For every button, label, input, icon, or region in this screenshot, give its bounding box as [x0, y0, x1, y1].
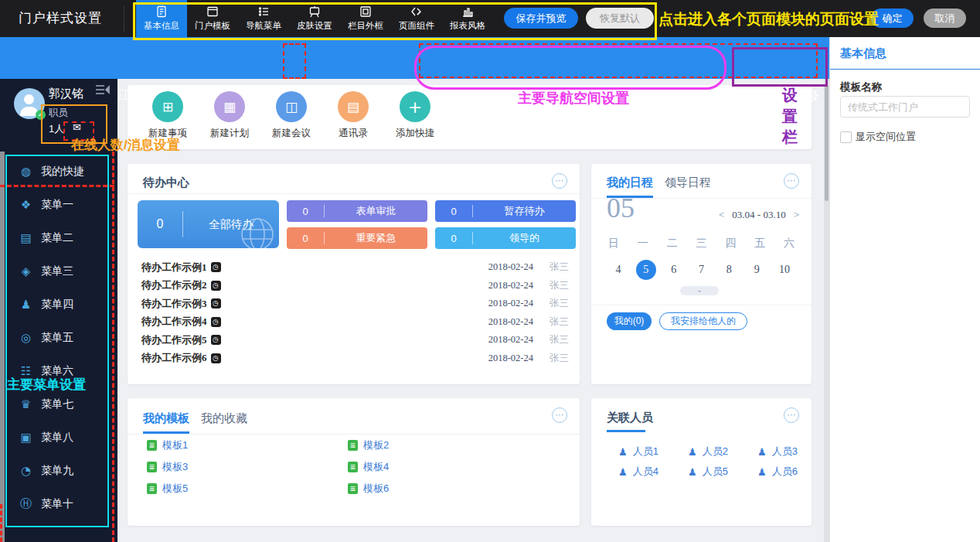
confirm-button[interactable]: 确定 — [871, 9, 914, 28]
todo-list: 待办工作示例1◷ 2018-02-24张三 待办工作示例2◷ 2018-02-2… — [141, 258, 569, 367]
tab-leader-schedule[interactable]: 领导日程 — [665, 176, 711, 190]
quick-action-new-task[interactable]: ⊞ 新建事项 — [145, 91, 191, 140]
frame-icon — [359, 5, 372, 18]
sidebar-item-menu-2[interactable]: ▤ 菜单二 — [0, 221, 117, 254]
person-item[interactable]: ♟人员1 — [618, 445, 658, 458]
weekday-header: 日一二三四五六 — [608, 237, 795, 251]
template-item[interactable]: ≣模板1 — [147, 438, 188, 452]
todo-row[interactable]: 待办工作示例5◷ 2018-02-24张三 — [141, 331, 569, 349]
tab-column-frame[interactable]: 栏目外框 — [340, 0, 391, 37]
title-underline — [607, 430, 645, 432]
todo-row[interactable]: 待办工作示例6◷ 2018-02-24张三 — [141, 349, 569, 368]
calendar-date[interactable]: 7 — [691, 260, 711, 280]
date-row: 45678910 — [608, 260, 795, 280]
calendar-expand-handle[interactable]: ⌄ — [680, 286, 719, 295]
tab-my-schedule[interactable]: 我的日程 — [607, 176, 653, 190]
stat-leader[interactable]: 0 领导的 — [435, 227, 576, 249]
user-role: 职员 — [49, 107, 68, 120]
template-doc-icon: ≣ — [147, 440, 157, 451]
calendar-date[interactable]: 4 — [608, 260, 628, 280]
stat-saved-todo[interactable]: 0 暂存待办 — [435, 200, 576, 222]
quick-action-new-plan[interactable]: ▦ 新建计划 — [206, 91, 253, 140]
template-name-label: 模板名称 — [840, 80, 882, 94]
avatar[interactable]: ✓ — [14, 88, 45, 119]
divider — [124, 6, 124, 32]
divider — [128, 434, 580, 435]
todo-row[interactable]: 待办工作示例4◷ 2018-02-24张三 — [141, 313, 569, 332]
new-meeting-icon: ◫ — [276, 91, 307, 122]
top-settings-bar: 门户样式设置 基本信息 门户模板 导航菜单 皮肤设置 栏目外框 页面组件 报 — [0, 0, 980, 37]
quick-action-contacts[interactable]: ▤ 通讯录 — [330, 91, 376, 140]
online-status-badge: ✓ — [36, 110, 46, 120]
tab-report-style[interactable]: 报表风格 — [442, 0, 493, 37]
document-icon: ▤ — [19, 231, 32, 245]
more-options-icon[interactable]: ⋯ — [784, 173, 799, 189]
sidebar-item-menu-4[interactable]: ♟ 菜单四 — [0, 288, 117, 321]
sidebar-item-menu-6[interactable]: ☷ 菜单六 — [0, 354, 117, 387]
sidebar-item-menu-3[interactable]: ◈ 菜单三 — [0, 254, 117, 288]
calendar-date[interactable]: 9 — [747, 260, 767, 280]
next-week-icon[interactable]: > — [794, 209, 799, 221]
badge-icon: ▣ — [19, 431, 32, 445]
more-options-icon[interactable]: ⋯ — [552, 407, 567, 423]
template-item[interactable]: ≣模板5 — [147, 482, 188, 496]
stat-urgent[interactable]: 0 重要紧急 — [287, 227, 427, 249]
template-doc-icon: ≣ — [348, 462, 358, 472]
calendar-date-active[interactable]: 5 — [636, 260, 656, 280]
page-title: 门户样式设置 — [19, 0, 102, 37]
online-count[interactable]: 1人 — [49, 122, 64, 136]
sidebar-item-my-shortcuts[interactable]: ◍ 我的快捷 — [0, 155, 117, 188]
template-item[interactable]: ≣模板3 — [147, 460, 188, 474]
show-space-position-checkbox[interactable] — [840, 131, 852, 143]
mail-icon[interactable]: ✉ — [73, 121, 81, 133]
sidebar-item-menu-9[interactable]: ◔ 菜单九 — [0, 454, 117, 487]
todo-row[interactable]: 待办工作示例2◷ 2018-02-24张三 — [141, 277, 569, 295]
prev-week-icon[interactable]: < — [719, 209, 724, 221]
restore-default-button[interactable]: 恢复默认 — [586, 8, 654, 29]
assigned-to-others-button[interactable]: 我安排给他人的 — [659, 312, 747, 330]
clock-icon: ◷ — [211, 353, 221, 363]
sidebar-item-menu-1[interactable]: ❖ 菜单一 — [0, 188, 117, 221]
template-item[interactable]: ≣模板4 — [348, 460, 389, 474]
bar-chart-icon — [461, 5, 474, 18]
template-item[interactable]: ≣模板2 — [348, 438, 389, 452]
tab-skin-settings[interactable]: 皮肤设置 — [289, 0, 340, 37]
tab-portal-template[interactable]: 门户模板 — [187, 0, 238, 37]
my-schedule-count-button[interactable]: 我的(0) — [607, 312, 652, 330]
calendar-date[interactable]: 8 — [719, 260, 739, 280]
scrollbar-thumb[interactable] — [825, 85, 829, 201]
calendar-date[interactable]: 6 — [664, 260, 684, 280]
tab-nav-menu[interactable]: 导航菜单 — [238, 0, 289, 37]
save-preview-button[interactable]: 保存并预览 — [504, 8, 578, 29]
calendar-date[interactable]: 10 — [774, 260, 795, 280]
tab-my-favorites[interactable]: 我的收藏 — [201, 411, 247, 426]
sidebar-collapse-icon[interactable] — [94, 84, 110, 96]
tab-basic-info[interactable]: 基本信息 — [136, 0, 187, 37]
person-item[interactable]: ♟人员3 — [757, 445, 798, 458]
sidebar-item-menu-5[interactable]: ◎ 菜单五 — [0, 321, 117, 354]
todo-row[interactable]: 待办工作示例1◷ 2018-02-24张三 — [141, 258, 569, 277]
quick-action-add-shortcut[interactable]: + 添加快捷 — [392, 91, 438, 140]
stat-form-approval[interactable]: 0 表单审批 — [287, 200, 427, 222]
person-item[interactable]: ♟人员6 — [757, 465, 798, 479]
shortcut-icon: ◍ — [19, 165, 32, 179]
divider — [591, 305, 812, 305]
person-item[interactable]: ♟人员2 — [688, 445, 728, 458]
template-item[interactable]: ≣模板6 — [348, 482, 389, 496]
cancel-button[interactable]: 取消 — [924, 9, 966, 28]
sidebar-item-menu-10[interactable]: Ⓗ 菜单十 — [0, 487, 117, 520]
more-options-icon[interactable]: ⋯ — [784, 407, 799, 423]
tab-my-templates[interactable]: 我的模板 — [143, 411, 189, 426]
template-name-input[interactable] — [840, 96, 970, 118]
sidebar-item-menu-7[interactable]: ♛ 菜单七 — [0, 387, 117, 421]
person-item[interactable]: ♟人员5 — [688, 465, 728, 479]
more-options-icon[interactable]: ⋯ — [552, 173, 567, 189]
hr-icon: Ⓗ — [19, 496, 32, 511]
todo-row[interactable]: 待办工作示例3◷ 2018-02-24张三 — [141, 295, 569, 313]
stat-all-todo[interactable]: 0 全部待办 — [138, 200, 279, 248]
week-range-nav: < 03.04 - 03.10 > — [719, 209, 799, 221]
sidebar-item-menu-8[interactable]: ▣ 菜单八 — [0, 421, 117, 454]
quick-action-new-meeting[interactable]: ◫ 新建会议 — [268, 91, 315, 140]
tab-page-components[interactable]: 页面组件 — [391, 0, 442, 37]
person-item[interactable]: ♟人员4 — [618, 465, 658, 479]
